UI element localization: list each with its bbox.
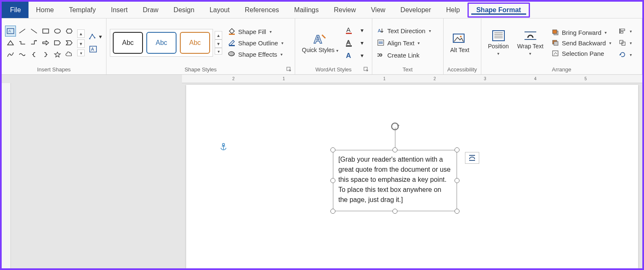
send-backward-button[interactable]: Send Backward▾ xyxy=(550,39,613,47)
shape-bracket-r-icon[interactable] xyxy=(40,49,51,60)
shape-style-gallery[interactable]: Abc Abc Abc xyxy=(110,29,213,57)
resize-handle-e[interactable] xyxy=(454,178,460,183)
tab-help[interactable]: Help xyxy=(439,2,467,18)
tab-references[interactable]: References xyxy=(237,2,287,18)
edit-shape-button[interactable]: ▾ xyxy=(89,33,102,40)
group-shape-styles: Abc Abc Abc ▲ ▼ ▾ Shape Fill▾ Shape Outl… xyxy=(106,18,295,74)
align-text-button[interactable]: Align Text▾ xyxy=(376,39,433,47)
shape-bracket-l-icon[interactable] xyxy=(29,49,39,60)
tab-developer[interactable]: Developer xyxy=(393,2,439,18)
resize-handle-nw[interactable] xyxy=(330,147,335,152)
resize-handle-w[interactable] xyxy=(330,178,335,183)
shape-chevron-icon[interactable] xyxy=(64,37,75,48)
tab-insert[interactable]: Insert xyxy=(104,2,135,18)
shape-textbox-icon[interactable]: A xyxy=(5,26,16,37)
chevron-down-icon[interactable]: ▾ xyxy=(356,24,369,37)
group-label: Arrange xyxy=(485,65,639,73)
menu-tabs: File Home Templafy Insert Draw Design La… xyxy=(2,2,642,18)
rotate-objects-button[interactable]: ▾ xyxy=(617,50,634,59)
dialog-launcher-icon[interactable] xyxy=(286,67,291,72)
layout-options-button[interactable] xyxy=(465,152,479,164)
shape-hexagon-icon[interactable] xyxy=(64,26,75,37)
svg-marker-11 xyxy=(66,41,72,45)
tab-shape-format[interactable]: Shape Format xyxy=(467,3,530,18)
svg-text:A: A xyxy=(346,39,351,46)
style-more-button[interactable]: ▾ xyxy=(215,48,222,55)
dialog-launcher-icon[interactable] xyxy=(364,67,369,72)
shape-pentagon-icon[interactable] xyxy=(52,37,63,48)
resize-handle-s[interactable] xyxy=(392,209,397,214)
style-swatch-blue[interactable]: Abc xyxy=(146,32,177,54)
textbox-content[interactable]: [Grab your reader's attention with a gre… xyxy=(333,150,457,209)
style-scroll-down[interactable]: ▼ xyxy=(215,39,222,48)
align-objects-button[interactable]: ▾ xyxy=(617,27,634,35)
tab-mailings[interactable]: Mailings xyxy=(287,2,327,18)
chevron-down-icon: ▾ xyxy=(270,29,272,34)
tab-view[interactable]: View xyxy=(364,2,393,18)
tab-design[interactable]: Design xyxy=(166,2,202,18)
group-label: Accessibility xyxy=(447,65,478,73)
group-objects-button[interactable]: ▾ xyxy=(617,39,634,47)
text-direction-button[interactable]: A Text Direction▾ xyxy=(376,26,433,35)
resize-handle-n[interactable] xyxy=(392,147,397,152)
document-page[interactable]: [Grab your reader's attention with a gre… xyxy=(186,85,638,268)
selection-pane-button[interactable]: Selection Pane xyxy=(550,49,613,58)
selected-textbox[interactable]: [Grab your reader's attention with a gre… xyxy=(333,150,457,211)
shape-fill-button[interactable]: Shape Fill▾ xyxy=(226,27,285,36)
svg-rect-44 xyxy=(553,30,557,34)
style-scroll-up[interactable]: ▲ xyxy=(215,31,222,39)
text-fill-button[interactable]: A xyxy=(343,24,356,37)
draw-textbox-button[interactable]: A xyxy=(89,45,97,53)
more-shapes-button[interactable]: ▾ xyxy=(77,50,85,56)
shape-zigzag-icon[interactable] xyxy=(17,37,28,48)
shape-arrow-icon[interactable] xyxy=(40,37,51,48)
shape-rect-icon[interactable] xyxy=(40,26,51,37)
tab-layout[interactable]: Layout xyxy=(202,2,237,18)
svg-rect-19 xyxy=(229,45,235,46)
resize-handle-sw[interactable] xyxy=(330,209,335,214)
tab-templafy[interactable]: Templafy xyxy=(61,2,103,18)
style-swatch-orange[interactable]: Abc xyxy=(180,32,210,54)
scroll-up-button[interactable]: ▲ xyxy=(77,29,85,38)
resize-handle-se[interactable] xyxy=(454,209,460,214)
chevron-down-icon: ▾ xyxy=(630,52,632,57)
create-link-button[interactable]: Create Link xyxy=(376,51,433,60)
shape-gallery[interactable]: A xyxy=(5,26,75,60)
alt-text-button[interactable]: Alt Text xyxy=(447,31,473,55)
quick-styles-button[interactable]: A Quick Styles ▾ xyxy=(299,31,342,55)
position-icon xyxy=(491,29,506,42)
shape-outline-button[interactable]: Shape Outline▾ xyxy=(226,39,285,47)
svg-marker-8 xyxy=(36,40,37,42)
tab-draw[interactable]: Draw xyxy=(135,2,166,18)
wrap-text-button[interactable]: Wrap Text▾ xyxy=(514,28,547,58)
shape-oval-icon[interactable] xyxy=(52,26,63,37)
tab-home[interactable]: Home xyxy=(29,2,62,18)
scroll-down-button[interactable]: ▼ xyxy=(77,39,85,48)
shape-star-icon[interactable] xyxy=(52,49,63,60)
text-effects-button[interactable]: A xyxy=(343,49,356,62)
rotation-handle[interactable] xyxy=(390,122,400,131)
chevron-down-icon: ▾ xyxy=(280,52,283,57)
shape-elbow-icon[interactable] xyxy=(29,37,39,48)
tab-review[interactable]: Review xyxy=(326,2,363,18)
alt-text-icon xyxy=(452,32,468,46)
shape-line2-icon[interactable] xyxy=(29,26,39,37)
text-outline-button[interactable]: A xyxy=(343,37,356,49)
horizontal-ruler[interactable]: 2 1 1 2 3 4 5 xyxy=(182,75,642,83)
shape-line-icon[interactable] xyxy=(17,26,28,37)
shape-wave-icon[interactable] xyxy=(17,49,28,60)
shape-curve-icon[interactable] xyxy=(5,49,16,60)
chevron-down-icon[interactable]: ▾ xyxy=(356,37,369,49)
shape-triangle-icon[interactable] xyxy=(5,37,16,48)
bring-forward-button[interactable]: Bring Forward▾ xyxy=(550,28,613,37)
shape-cloud-icon[interactable] xyxy=(64,49,75,60)
tab-file[interactable]: File xyxy=(2,2,29,18)
shape-effects-button[interactable]: Shape Effects▾ xyxy=(226,50,285,59)
svg-line-2 xyxy=(19,29,25,33)
resize-handle-ne[interactable] xyxy=(454,147,460,152)
style-swatch-black[interactable]: Abc xyxy=(113,32,143,54)
align-text-icon xyxy=(377,39,385,46)
position-button[interactable]: Position▾ xyxy=(485,28,512,58)
vertical-ruler[interactable] xyxy=(2,83,11,268)
chevron-down-icon[interactable]: ▾ xyxy=(356,49,369,62)
